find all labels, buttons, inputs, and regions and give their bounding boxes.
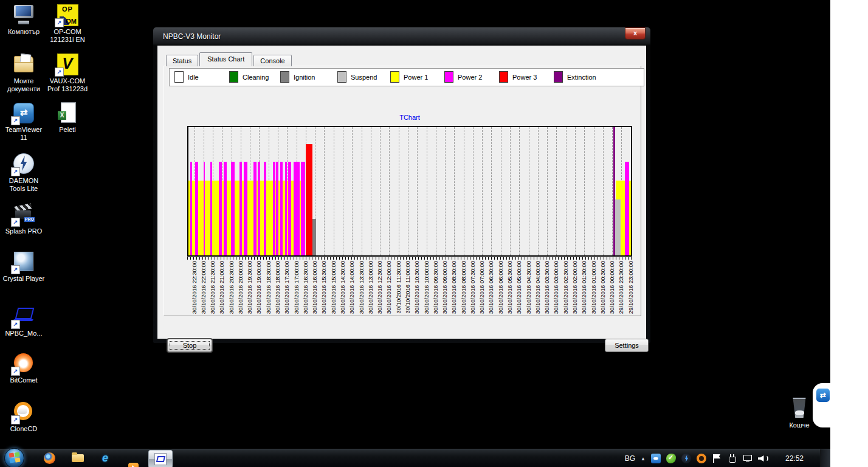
- legend-label: Suspend: [351, 74, 377, 81]
- desktop-icon-teamviewer[interactable]: ⇄↗TeamViewer 11: [1, 102, 46, 142]
- desktop-icon-crystal[interactable]: ↗Crystal Player: [1, 251, 46, 283]
- action-center-flag-icon[interactable]: [712, 454, 722, 463]
- desktop-icon-splash[interactable]: PRO↗Splash PRO: [1, 204, 46, 235]
- desktop-icon-computer[interactable]: Компютър: [1, 4, 46, 36]
- shortcut-arrow-icon: ↗: [55, 67, 64, 77]
- daemon-tools-tray-icon[interactable]: [681, 454, 691, 463]
- gridline: [427, 127, 427, 255]
- close-button[interactable]: x: [625, 27, 646, 40]
- clonecd-tray-icon[interactable]: [697, 454, 706, 463]
- desktop-icon-bitcomet[interactable]: ↗BitComet: [1, 353, 46, 384]
- x-axis-label: 30/10/2016 22:30:00: [191, 261, 198, 314]
- gridline: [352, 127, 353, 255]
- desktop-icon-npbc[interactable]: ↗NPBC_Mo...: [1, 306, 46, 337]
- gridline: [371, 127, 371, 255]
- gridline: [538, 127, 539, 255]
- hidden-icons-arrow[interactable]: ▲: [641, 456, 646, 462]
- tab-console[interactable]: Console: [253, 55, 291, 66]
- status-bar-power-2: [276, 162, 278, 255]
- gridline: [454, 127, 455, 255]
- legend-label: Ignition: [294, 74, 315, 81]
- x-axis-label: 29/10/2016 23:30:00: [618, 261, 625, 314]
- tab-status-chart[interactable]: Status Chart: [199, 52, 252, 66]
- legend-swatch: [390, 71, 399, 83]
- x-axis-label: 30/10/2016 09:30:00: [432, 261, 439, 314]
- daemon-icon: ↗: [12, 153, 35, 175]
- internet-explorer-icon[interactable]: e: [102, 452, 108, 464]
- x-axis-label: 30/10/2016 05:00:00: [515, 261, 523, 314]
- x-axis-ticks: [187, 257, 632, 260]
- desktop-icon-documents[interactable]: Моите документи: [1, 54, 46, 93]
- clonecd-icon: ↗: [12, 401, 35, 423]
- x-axis-label: 30/10/2016 02:00:00: [571, 261, 579, 314]
- x-axis-label: 30/10/2016 21:00:00: [218, 261, 226, 314]
- tab-strip: StatusStatus ChartConsole: [166, 52, 293, 67]
- status-bar-power-2: [190, 162, 192, 255]
- desktop-icon-label: CloneCD: [1, 425, 46, 433]
- status-bar-power-2: [239, 162, 242, 255]
- settings-button[interactable]: Settings: [605, 339, 649, 352]
- x-axis-label: 30/10/2016 01:00:00: [590, 261, 598, 314]
- language-indicator[interactable]: BG: [625, 454, 635, 463]
- x-axis-label: 30/10/2016 17:00:00: [293, 261, 300, 314]
- status-bar-power-2: [244, 162, 247, 255]
- excel-icon: X: [56, 102, 79, 124]
- gridline: [436, 127, 436, 255]
- start-button[interactable]: [4, 448, 24, 467]
- desktop-icon-opcom[interactable]: OPOM↗OP-COM 121231i EN: [45, 4, 90, 44]
- desktop-icon-excel[interactable]: XPeleti: [45, 102, 90, 134]
- desktop-icon-label: Моите документи: [1, 77, 46, 93]
- gridline: [334, 127, 334, 255]
- gridline: [482, 127, 483, 255]
- shortcut-arrow-icon: ↗: [11, 415, 20, 424]
- status-bar-power-2: [301, 162, 305, 255]
- x-axis-label: 30/10/2016 18:00:00: [274, 261, 281, 314]
- desktop-icon-daemon[interactable]: ↗DAEMON Tools Lite: [1, 153, 46, 193]
- shortcut-arrow-icon: ↗: [11, 116, 20, 125]
- crystal-icon: ↗: [12, 251, 35, 273]
- legend-label: Power 2: [458, 74, 482, 81]
- x-axis-label: 30/10/2016 16:00:00: [311, 261, 319, 314]
- x-axis-label: 30/10/2016 17:30:00: [283, 261, 291, 314]
- teamviewer-tray-icon[interactable]: [651, 454, 661, 463]
- gridline: [556, 127, 557, 255]
- windows-flag-icon: [14, 452, 19, 457]
- gridline: [612, 127, 613, 255]
- explorer-folder-icon[interactable]: [72, 454, 84, 462]
- power-plug-icon[interactable]: [727, 454, 737, 463]
- teamviewer-flyout[interactable]: ⇄: [813, 383, 830, 427]
- npbc-monitor-window: NPBC-V3 Monitor x StatusStatus ChartCons…: [153, 27, 650, 343]
- status-bar-power-2: [210, 162, 212, 255]
- show-desktop-button[interactable]: [820, 449, 830, 467]
- x-axis-label: 30/10/2016 12:30:00: [376, 261, 384, 314]
- volume-icon[interactable]: [757, 454, 767, 463]
- gridline: [547, 127, 548, 255]
- desktop-icon-label: Splash PRO: [1, 227, 46, 235]
- taskbar-active-app-npbc[interactable]: [148, 450, 173, 467]
- taskbar: e BG ▲ 22:52: [0, 449, 830, 467]
- desktop-icon-vauxcom[interactable]: V↗VAUX-COM Prof 131223d: [45, 54, 90, 93]
- security-check-icon[interactable]: [666, 454, 676, 463]
- desktop-icon-label: Компютър: [1, 28, 46, 36]
- status-bar-power-2: [231, 162, 235, 255]
- teamviewer-flyout-icon[interactable]: ⇄: [816, 389, 830, 402]
- x-axis-label: 30/10/2016 06:00:00: [497, 261, 505, 314]
- desktop-icon-clonecd[interactable]: ↗CloneCD: [1, 401, 46, 433]
- stop-button[interactable]: Stop: [167, 339, 212, 352]
- shortcut-arrow-icon: ↗: [55, 18, 64, 27]
- firefox-icon[interactable]: [44, 452, 55, 464]
- network-icon[interactable]: [742, 454, 752, 463]
- shortcut-arrow-icon: ↗: [11, 367, 20, 376]
- status-bar-power-2: [204, 162, 205, 255]
- media-player-icon[interactable]: [128, 463, 139, 467]
- gridline: [389, 127, 390, 255]
- status-bar-suspend: [615, 199, 621, 255]
- gridline: [491, 127, 492, 255]
- x-axis-label: 30/10/2016 02:30:00: [562, 261, 570, 314]
- taskbar-clock[interactable]: 22:52: [785, 454, 804, 463]
- system-tray: BG ▲: [625, 449, 767, 467]
- gridline: [566, 127, 567, 255]
- legend-swatch: [174, 71, 184, 83]
- x-axis-label: 30/10/2016 00:00:00: [608, 261, 616, 314]
- tab-status[interactable]: Status: [166, 55, 198, 66]
